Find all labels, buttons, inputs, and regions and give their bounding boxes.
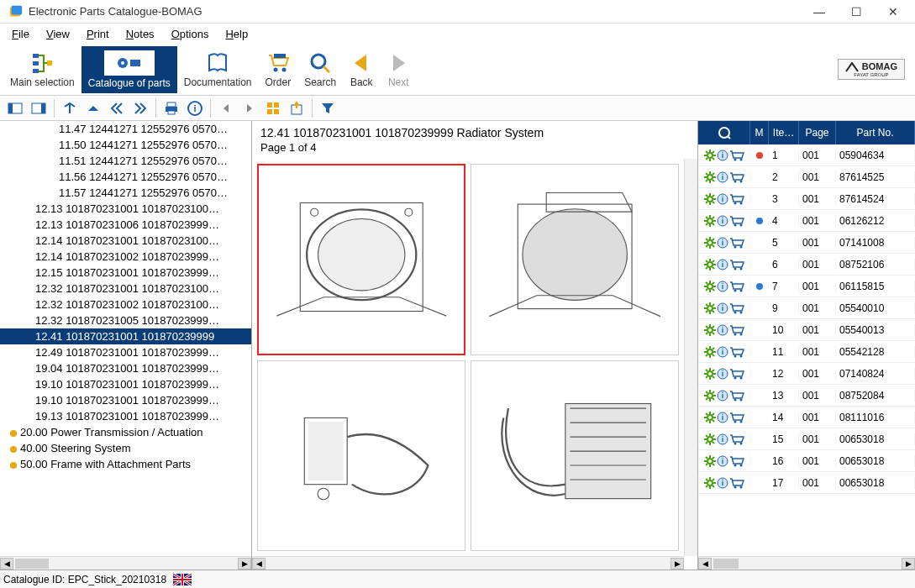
gear-icon[interactable]: [704, 281, 716, 292]
gear-icon[interactable]: [704, 346, 716, 358]
tree-item[interactable]: 19.13 101870231001 10187023999…: [0, 408, 251, 424]
table-row[interactable]: i1600100653018: [698, 450, 915, 472]
cart-icon[interactable]: [729, 324, 744, 336]
table-row[interactable]: i300187614524: [698, 188, 915, 210]
export-icon[interactable]: [286, 98, 308, 118]
info-icon[interactable]: i: [717, 368, 728, 380]
tree-item[interactable]: 12.32 101870231001 10187023100…: [0, 281, 251, 297]
info-icon[interactable]: i: [717, 433, 728, 445]
tree-item[interactable]: 11.47 12441271 12552976 0570…: [0, 121, 251, 137]
search-button[interactable]: Search: [297, 46, 343, 93]
tree-item[interactable]: 12.14 101870231002 10187023999…: [0, 249, 251, 265]
gear-icon[interactable]: [704, 150, 716, 161]
tree-hscrollbar[interactable]: ◀ ▶: [0, 556, 251, 570]
gear-icon[interactable]: [704, 412, 716, 423]
info-icon[interactable]: i: [717, 302, 728, 314]
col-m[interactable]: M: [750, 121, 769, 144]
thumbnail-1[interactable]: [257, 164, 465, 355]
tree-panel[interactable]: 11.47 12441271 12552976 0570…11.50 12441…: [0, 121, 252, 570]
parts-hscrollbar[interactable]: ◀ ▶: [698, 556, 915, 570]
gear-icon[interactable]: [704, 215, 716, 227]
table-row[interactable]: i1700100653018: [698, 472, 915, 494]
tree-item[interactable]: 11.56 12441271 12552976 0570…: [0, 169, 251, 185]
minimize-button[interactable]: —: [801, 0, 838, 24]
tree-item[interactable]: 19.04 101870231001 10187023999…: [0, 360, 251, 376]
scroll-right-icon[interactable]: ▶: [238, 558, 251, 570]
up-icon[interactable]: [82, 98, 104, 118]
menu-print[interactable]: Print: [78, 28, 118, 40]
gear-icon[interactable]: [704, 455, 716, 467]
tree-item[interactable]: 20.00 Power Transmission / Actuation: [0, 424, 251, 440]
gear-icon[interactable]: [704, 302, 716, 314]
info-icon[interactable]: i: [717, 281, 728, 292]
thumbnail-2[interactable]: [471, 164, 679, 355]
cart-icon[interactable]: [729, 455, 744, 467]
scroll-left-icon[interactable]: ◀: [252, 558, 266, 570]
info-icon[interactable]: i: [717, 324, 728, 336]
table-row[interactable]: i700106115815: [698, 276, 915, 297]
tree-item[interactable]: 19.10 101870231001 10187023999…: [0, 376, 251, 392]
tree-item[interactable]: 12.32 101870231002 10187023100…: [0, 297, 251, 312]
table-row[interactable]: i100105904634: [698, 144, 915, 166]
print-icon[interactable]: [160, 98, 182, 118]
back-button[interactable]: Back: [343, 46, 380, 93]
menu-options[interactable]: Options: [163, 28, 218, 40]
cart-icon[interactable]: [729, 281, 744, 292]
cart-icon[interactable]: [729, 390, 744, 402]
scroll-right-icon[interactable]: ▶: [902, 558, 915, 570]
col-actions[interactable]: [698, 121, 750, 144]
info-icon[interactable]: i: [717, 259, 728, 270]
info-icon[interactable]: i: [184, 98, 206, 118]
catalogue-parts-button[interactable]: Catalogue of parts: [82, 46, 177, 93]
col-page[interactable]: Page: [799, 121, 836, 144]
gear-icon[interactable]: [704, 171, 716, 183]
scroll-left-icon[interactable]: ◀: [698, 558, 712, 570]
scroll-right-icon[interactable]: ▶: [670, 558, 684, 570]
cart-icon[interactable]: [729, 259, 744, 270]
scroll-thumb[interactable]: [15, 559, 49, 569]
maximize-button[interactable]: ☐: [838, 0, 875, 24]
prev-icon[interactable]: [215, 98, 237, 118]
menu-notes[interactable]: Notes: [118, 28, 163, 40]
info-icon[interactable]: i: [717, 455, 728, 467]
info-icon[interactable]: i: [717, 412, 728, 423]
tree-item[interactable]: 11.57 12441271 12552976 0570…: [0, 185, 251, 201]
gear-icon[interactable]: [704, 433, 716, 445]
gear-icon[interactable]: [704, 237, 716, 249]
tree-item[interactable]: 12.32 101870231005 10187023999…: [0, 312, 251, 328]
tree-item[interactable]: 12.49 101870231001 10187023999…: [0, 344, 251, 360]
cart-icon[interactable]: [729, 171, 744, 183]
info-icon[interactable]: i: [717, 477, 728, 489]
cart-icon[interactable]: [729, 346, 744, 358]
table-row[interactable]: i1400108111016: [698, 407, 915, 428]
table-row[interactable]: i600108752106: [698, 254, 915, 276]
grid-icon[interactable]: [262, 98, 284, 118]
cart-icon[interactable]: [729, 302, 744, 314]
menu-view[interactable]: View: [38, 28, 78, 40]
info-icon[interactable]: i: [717, 215, 728, 227]
tree-item[interactable]: 40.00 Steering System: [0, 440, 251, 456]
col-item[interactable]: Ite…: [769, 121, 799, 144]
tree-item[interactable]: 12.13 101870231001 10187023100…: [0, 201, 251, 217]
table-row[interactable]: i1100105542128: [698, 341, 915, 363]
scroll-thumb[interactable]: [713, 559, 739, 569]
filter-icon[interactable]: [317, 98, 339, 118]
gear-icon[interactable]: [704, 259, 716, 270]
cart-icon[interactable]: [729, 433, 744, 445]
table-row[interactable]: i1000105540013: [698, 319, 915, 341]
main-selection-button[interactable]: Main selection: [3, 46, 82, 93]
tree-item[interactable]: 12.15 101870231001 10187023999…: [0, 265, 251, 281]
info-icon[interactable]: i: [717, 390, 728, 402]
cart-icon[interactable]: [729, 193, 744, 205]
tree-item[interactable]: 11.51 12441271 12552976 0570…: [0, 153, 251, 169]
cart-icon[interactable]: [729, 150, 744, 161]
cart-icon[interactable]: [729, 237, 744, 249]
table-row[interactable]: i1500100653018: [698, 428, 915, 450]
table-row[interactable]: i1300108752084: [698, 385, 915, 407]
col-partno[interactable]: Part No.: [836, 121, 915, 144]
cart-icon[interactable]: [729, 412, 744, 423]
gear-icon[interactable]: [704, 324, 716, 336]
panel2-icon[interactable]: [28, 98, 50, 118]
gear-icon[interactable]: [704, 390, 716, 402]
next2-icon[interactable]: [129, 98, 151, 118]
